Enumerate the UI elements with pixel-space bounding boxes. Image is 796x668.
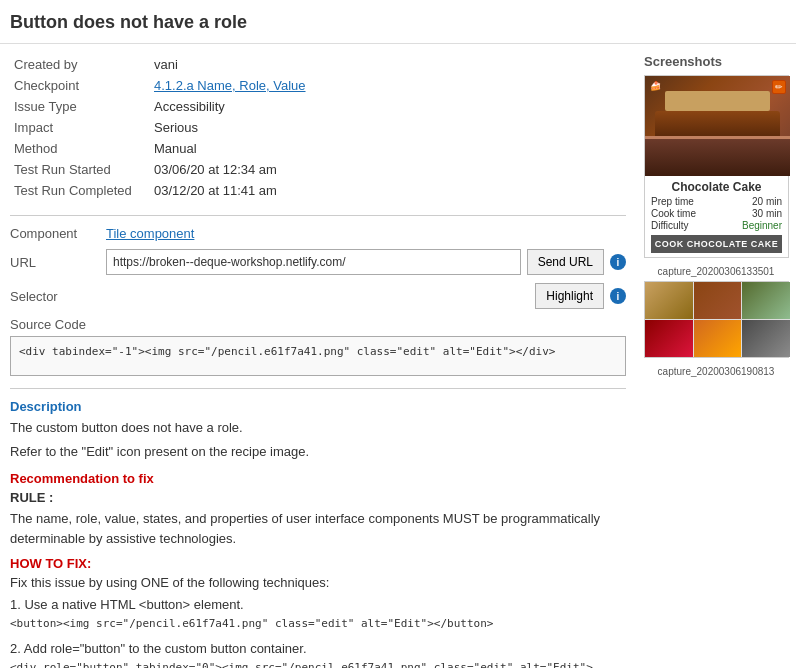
selector-label: Selector [10, 289, 100, 304]
cook-time-value: 30 min [752, 208, 782, 219]
prep-time-value: 20 min [752, 196, 782, 207]
step1-label: 1. Use a native HTML <button> element. [10, 595, 626, 615]
screenshots-panel: Screenshots 🍰 ✏ Chocolate Cake Prep time… [636, 54, 796, 668]
food-cell-1 [645, 282, 693, 319]
food-cell-5 [694, 320, 742, 357]
step1-code: <button><img src="/pencil.e61f7a41.png" … [10, 616, 626, 633]
difficulty-label: Difficulty [651, 220, 689, 231]
meta-table: Created by vani Checkpoint 4.1.2.a Name,… [10, 54, 626, 201]
capture1-name: capture_20200306133501 [644, 264, 788, 281]
send-url-button[interactable]: Send URL [527, 249, 604, 275]
capture2-name: capture_20200306190813 [644, 364, 788, 381]
issue-type-value: Accessibility [150, 96, 626, 117]
screenshot-card-2[interactable] [644, 281, 789, 358]
how-to-fix-intro: Fix this issue by using ONE of the follo… [10, 573, 626, 593]
created-by-value: vani [150, 54, 626, 75]
selector-row: Selector Highlight i [10, 283, 626, 309]
step2-code: <div role="button" tabindex="0"><img src… [10, 660, 626, 668]
divider-1 [10, 215, 626, 216]
component-row: Component Tile component [10, 226, 626, 241]
checkpoint-link[interactable]: 4.1.2.a Name, Role, Value [154, 78, 306, 93]
url-label: URL [10, 255, 100, 270]
checkpoint-label: Checkpoint [10, 75, 150, 96]
component-label: Component [10, 226, 100, 241]
url-input[interactable] [106, 249, 521, 275]
cook-time-label: Cook time [651, 208, 696, 219]
description-line2: Refer to the "Edit" icon present on the … [10, 442, 626, 462]
created-by-label: Created by [10, 54, 150, 75]
screenshot-card-1[interactable]: 🍰 ✏ Chocolate Cake Prep time 20 min Cook… [644, 75, 789, 258]
food-cell-4 [645, 320, 693, 357]
source-code-area: <div tabindex="-1"><img src="/pencil.e61… [10, 336, 626, 376]
recommendation-heading: Recommendation to fix [10, 471, 626, 486]
rule-text-content: The name, role, value, states, and prope… [10, 509, 626, 548]
test-run-completed-label: Test Run Completed [10, 180, 150, 201]
highlight-button[interactable]: Highlight [535, 283, 604, 309]
description-heading: Description [10, 399, 626, 414]
source-code-label: Source Code [10, 317, 626, 332]
prep-time-label: Prep time [651, 196, 694, 207]
url-row: URL Send URL i [10, 249, 626, 275]
page-title: Button does not have a role [0, 0, 796, 44]
url-info-icon[interactable]: i [610, 254, 626, 270]
test-run-completed-value: 03/12/20 at 11:41 am [150, 180, 626, 201]
cake-title: Chocolate Cake [651, 180, 782, 194]
cook-btn[interactable]: COOK CHOCOLATE CAKE [651, 235, 782, 253]
screenshots-heading: Screenshots [644, 54, 788, 69]
screenshot-img-1: 🍰 ✏ [645, 76, 790, 176]
food-cell-3 [742, 282, 790, 319]
description-line1: The custom button does not have a role. [10, 418, 626, 438]
test-run-started-value: 03/06/20 at 12:34 am [150, 159, 626, 180]
difficulty-value: Beginner [742, 220, 782, 231]
food-cell-2 [694, 282, 742, 319]
method-label: Method [10, 138, 150, 159]
highlight-dot: ✏ [772, 80, 786, 94]
screenshot-info-1: Chocolate Cake Prep time 20 min Cook tim… [645, 176, 788, 257]
impact-label: Impact [10, 117, 150, 138]
divider-2 [10, 388, 626, 389]
screenshot-img-2 [645, 282, 790, 357]
test-run-started-label: Test Run Started [10, 159, 150, 180]
food-cell-6 [742, 320, 790, 357]
selector-info-icon[interactable]: i [610, 288, 626, 304]
how-to-fix-label: HOW TO FIX: [10, 556, 626, 571]
method-value: Manual [150, 138, 626, 159]
rule-label: RULE : [10, 490, 53, 505]
cake-image: 🍰 [645, 76, 790, 176]
impact-value: Serious [150, 117, 626, 138]
component-value-link[interactable]: Tile component [106, 226, 194, 241]
issue-type-label: Issue Type [10, 96, 150, 117]
step2-label: 2. Add role="button" to the custom butto… [10, 639, 626, 659]
